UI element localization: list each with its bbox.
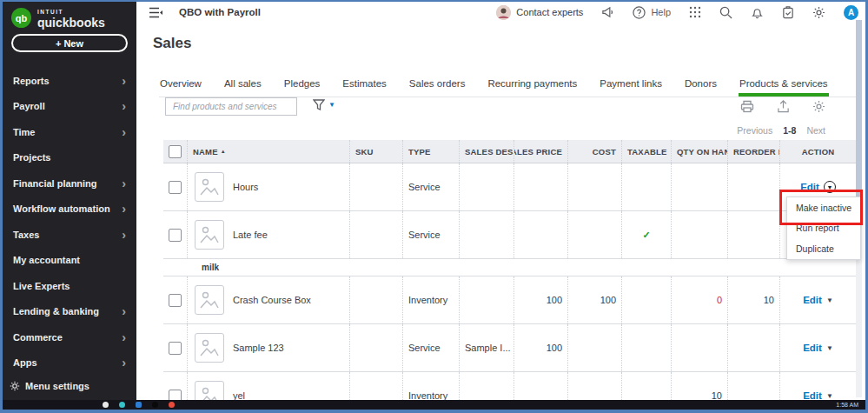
tab-payment-links[interactable]: Payment links — [599, 75, 663, 97]
sidebar-item-label: Reports — [13, 76, 122, 86]
chevron-right-icon: › — [122, 305, 126, 317]
sidebar-item-label: Taxes — [13, 230, 122, 240]
sidebar-item-live-experts[interactable]: Live Experts — [3, 273, 136, 299]
taskbar-app-icon[interactable] — [103, 402, 109, 408]
topbar: QBO with Payroll Contact experts — [136, 2, 865, 23]
category-row-milk: milk — [163, 259, 856, 276]
tab-sales-orders[interactable]: Sales orders — [408, 75, 467, 97]
product-name: Sample 123 — [233, 343, 284, 353]
row-checkbox[interactable] — [169, 229, 182, 242]
tab-all-sales[interactable]: All sales — [223, 75, 262, 97]
scrollbar-thumb[interactable] — [856, 20, 862, 203]
header-sku: SKU — [349, 140, 402, 163]
tab-donors[interactable]: Donors — [684, 75, 718, 97]
notifications-bell-icon[interactable] — [751, 6, 764, 19]
tab-recurring-payments[interactable]: Recurring payments — [487, 75, 578, 97]
export-icon[interactable] — [777, 100, 790, 113]
row-checkbox[interactable] — [169, 342, 182, 355]
edit-button[interactable]: Edit — [803, 295, 822, 305]
sidebar-item-time[interactable]: Time › — [3, 119, 136, 145]
expert-avatar — [496, 5, 511, 20]
edit-dropdown-menu: Make inactive Run report Duplicate — [786, 197, 861, 260]
edit-dropdown-trigger[interactable]: ▼ — [824, 181, 836, 193]
table-settings-gear-icon[interactable] — [812, 100, 825, 113]
chevron-right-icon: › — [122, 100, 126, 112]
print-icon[interactable] — [740, 100, 754, 113]
sidebar-item-taxes[interactable]: Taxes › — [3, 222, 136, 248]
sidebar-item-payroll[interactable]: Payroll › — [3, 94, 136, 120]
product-image-placeholder — [195, 172, 224, 202]
products-table: NAME ▲ SKU TYPE SALES DESCR SALES PRICE … — [163, 140, 856, 410]
cell-qty — [671, 211, 727, 258]
edit-button[interactable]: Edit — [803, 343, 822, 353]
search-input[interactable] — [165, 97, 297, 116]
menu-item-duplicate[interactable]: Duplicate — [787, 238, 860, 259]
help-button[interactable]: Help — [633, 6, 671, 19]
tasks-clipboard-icon[interactable] — [782, 6, 794, 19]
settings-gear-icon[interactable] — [812, 6, 825, 19]
menu-item-make-inactive[interactable]: Make inactive — [787, 197, 860, 218]
taskbar-app-icon[interactable] — [169, 402, 175, 408]
contact-experts-button[interactable]: Contact experts — [496, 5, 583, 20]
sidebar-item-my-accountant[interactable]: My accountant — [3, 248, 136, 274]
header-name[interactable]: NAME ▲ — [187, 140, 349, 163]
sort-asc-icon: ▲ — [221, 149, 226, 154]
select-all-checkbox[interactable] — [169, 145, 182, 158]
menu-settings-button[interactable]: Menu settings — [3, 376, 96, 396]
announcements-icon[interactable] — [601, 6, 614, 18]
row-checkbox[interactable] — [169, 181, 182, 194]
taskbar-app-icon[interactable] — [136, 402, 142, 408]
cell-taxable — [621, 324, 671, 371]
edit-button[interactable]: Edit — [800, 182, 819, 192]
next-page-button[interactable]: Next — [806, 125, 825, 136]
user-avatar[interactable]: A — [844, 5, 858, 20]
new-button[interactable]: + New — [11, 34, 128, 52]
chevron-right-icon: › — [122, 356, 126, 369]
chevron-right-icon: › — [122, 75, 126, 87]
row-checkbox[interactable] — [169, 294, 182, 307]
previous-page-button[interactable]: Previous — [737, 125, 772, 136]
sidebar-item-workflow-automation[interactable]: Workflow automation › — [3, 197, 136, 223]
tab-overview[interactable]: Overview — [159, 75, 202, 97]
edit-dropdown-trigger[interactable]: ▼ — [826, 296, 833, 304]
chevron-right-icon: › — [122, 229, 126, 241]
table-row-crash-course-box: Crash Course Box Inventory 100 100 0 10 … — [163, 276, 856, 324]
menu-item-run-report[interactable]: Run report — [787, 218, 860, 239]
search-icon[interactable] — [719, 6, 732, 19]
cell-sku — [349, 163, 402, 210]
sidebar-item-commerce[interactable]: Commerce › — [3, 324, 136, 350]
taskbar-app-icon[interactable] — [119, 402, 125, 408]
filter-button[interactable]: ▼ — [313, 99, 335, 110]
pagination: Previous 1-8 Next — [737, 125, 825, 136]
help-icon — [633, 6, 646, 19]
cell-qty — [671, 163, 727, 210]
cell-reorder: 10 — [727, 276, 779, 323]
taxable-check-icon: ✓ — [642, 230, 650, 241]
edit-dropdown-trigger[interactable]: ▼ — [826, 392, 833, 400]
tab-products-services[interactable]: Products & services — [739, 75, 829, 97]
sidebar-item-lending-banking[interactable]: Lending & banking › — [3, 299, 136, 325]
sidebar-collapse-icon[interactable] — [149, 7, 163, 18]
cell-taxable — [621, 163, 671, 210]
sidebar-item-projects[interactable]: Projects — [3, 145, 136, 171]
edit-dropdown-trigger[interactable]: ▼ — [826, 344, 833, 352]
tab-pledges[interactable]: Pledges — [283, 75, 321, 97]
quickbooks-wordmark: quickbooks — [37, 17, 105, 29]
company-name[interactable]: QBO with Payroll — [179, 7, 261, 17]
sidebar-item-financial-planning[interactable]: Financial planning › — [3, 170, 136, 197]
table-row-sample-123: Sample 123 Service Sample I... 100 Edit … — [163, 324, 856, 372]
product-image-placeholder — [195, 333, 224, 363]
cell-desc — [459, 211, 514, 258]
taskbar-app-icon[interactable] — [152, 402, 158, 408]
contact-experts-label: Contact experts — [516, 7, 583, 17]
sidebar-item-apps[interactable]: Apps › — [3, 350, 136, 376]
caret-down-icon: ▼ — [328, 101, 335, 109]
sidebar-item-reports[interactable]: Reports › — [3, 68, 136, 94]
apps-grid-icon[interactable] — [689, 6, 701, 18]
sidebar-item-label: My accountant — [13, 255, 126, 265]
cell-type: Service — [402, 163, 459, 210]
tab-estimates[interactable]: Estimates — [341, 75, 388, 97]
cell-cost — [567, 211, 621, 258]
topbar-actions: Contact experts Help — [496, 2, 858, 23]
sidebar-item-label: Payroll — [13, 101, 122, 111]
